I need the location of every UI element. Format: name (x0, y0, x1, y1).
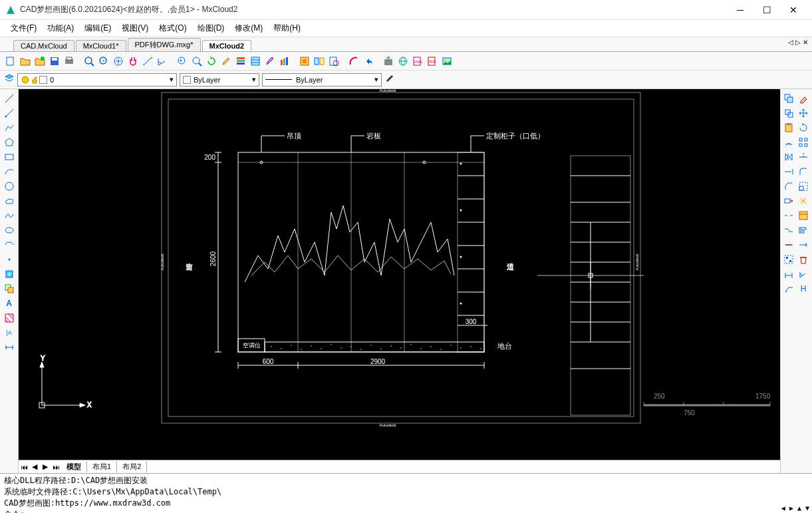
scale-icon[interactable] (797, 180, 810, 193)
minimize-button[interactable]: ─ (727, 0, 753, 20)
array-icon[interactable] (797, 136, 810, 149)
line-icon[interactable] (3, 92, 16, 105)
hatch-icon[interactable] (3, 311, 16, 325)
export-icon[interactable] (382, 55, 395, 68)
copy-icon[interactable] (782, 92, 795, 105)
align-icon[interactable] (797, 224, 810, 237)
pdf-icon[interactable]: PDF (426, 55, 439, 68)
tab-doc-2[interactable]: PDF转DWG.mxg* (128, 38, 201, 51)
rectangle-icon[interactable] (3, 150, 16, 164)
block-icon[interactable] (298, 55, 311, 68)
zoom-realtime-icon[interactable] (190, 55, 203, 68)
arc-icon[interactable] (3, 165, 16, 178)
polyline-icon[interactable] (3, 121, 16, 134)
layers-icon[interactable] (234, 55, 247, 68)
layout-next[interactable]: ▶ (40, 462, 51, 471)
tab-nav[interactable]: ◁ ▷ ✕ (788, 39, 808, 46)
angle-icon[interactable] (156, 55, 169, 68)
dim-angular-icon[interactable] (797, 267, 810, 281)
dwg-icon[interactable]: DWG (411, 55, 424, 68)
menu-function[interactable]: 功能(A) (42, 23, 79, 34)
image-icon[interactable] (440, 55, 454, 68)
layout-tab-model[interactable]: 模型 (61, 461, 87, 472)
layout-prev[interactable]: ◀ (29, 462, 40, 471)
compare-icon[interactable] (313, 55, 326, 68)
open2-icon[interactable] (33, 55, 47, 68)
purge-icon[interactable] (797, 253, 810, 266)
save-icon[interactable] (48, 55, 61, 68)
color-combo[interactable]: ByLayer ▾ (180, 73, 259, 86)
insert-block-icon[interactable] (3, 267, 16, 281)
new-icon[interactable] (4, 55, 17, 68)
pan-icon[interactable] (126, 55, 140, 68)
close-button[interactable]: ✕ (780, 0, 807, 20)
ray-icon[interactable] (3, 106, 16, 120)
arc-tool-icon[interactable] (347, 55, 360, 68)
make-block-icon[interactable] (3, 282, 16, 295)
ellipse-icon[interactable] (3, 224, 16, 237)
explode-icon[interactable] (797, 194, 810, 208)
move-icon[interactable] (797, 106, 810, 120)
mirror-icon[interactable] (782, 150, 795, 164)
paste-icon[interactable] (782, 121, 795, 134)
dim-linear-icon[interactable] (782, 267, 795, 281)
zoom-window-icon[interactable] (82, 55, 96, 68)
menu-modify[interactable]: 修改(M) (229, 23, 268, 34)
regen-icon[interactable] (205, 55, 218, 68)
divide-icon[interactable] (782, 238, 795, 252)
circle-icon[interactable] (3, 180, 16, 193)
web-icon[interactable] (396, 55, 410, 68)
cmd-scroll[interactable]: ◀ ▶ ▲ ▼ (781, 504, 809, 512)
copy2-icon[interactable] (782, 106, 795, 120)
zoom-extents-icon[interactable] (112, 55, 125, 68)
properties-icon[interactable] (797, 209, 810, 222)
menu-file[interactable]: 文件(F) (5, 23, 42, 34)
ellipse-arc-icon[interactable] (3, 238, 16, 252)
inspect-icon[interactable] (327, 55, 340, 68)
lengthen-icon[interactable] (797, 238, 810, 252)
menu-view[interactable]: 视图(V) (116, 23, 154, 34)
layout-first[interactable]: ⏮ (19, 463, 29, 471)
tab-doc-3[interactable]: MxCloud2 (202, 40, 252, 51)
polygon-icon[interactable] (3, 136, 16, 149)
palette-icon[interactable] (278, 55, 291, 68)
matchprop-icon[interactable] (384, 73, 395, 86)
layout-tab-1[interactable]: 布局1 (87, 461, 117, 472)
command-history[interactable]: 核心DLL程序路径:D:\CAD梦想画图安装 系统临时文件路径:C:\Users… (0, 473, 812, 513)
layer-combo[interactable]: 0 ▾ (17, 73, 177, 86)
stretch-icon[interactable] (782, 194, 795, 208)
undo-icon[interactable] (362, 55, 375, 68)
point-icon[interactable] (3, 253, 16, 266)
text-icon[interactable]: A (3, 297, 16, 310)
drawing-canvas[interactable]: Autodesk Autodesk Autodesk Autodesk (19, 89, 780, 460)
chamfer-icon[interactable] (782, 180, 795, 193)
print-icon[interactable] (63, 55, 76, 68)
extend-icon[interactable] (782, 165, 795, 178)
spline-icon[interactable] (3, 209, 16, 222)
menu-draw[interactable]: 绘图(D) (192, 23, 230, 34)
menu-edit[interactable]: 编辑(E) (79, 23, 116, 34)
measure-icon[interactable] (141, 55, 154, 68)
join-icon[interactable] (782, 224, 795, 237)
revcloud-icon[interactable] (3, 194, 16, 208)
fillet-icon[interactable] (797, 165, 810, 178)
maximize-button[interactable]: ☐ (753, 0, 780, 20)
brush2-icon[interactable] (263, 55, 277, 68)
menu-format[interactable]: 格式(O) (154, 23, 192, 34)
erase-icon[interactable] (797, 92, 810, 105)
open-icon[interactable] (19, 55, 32, 68)
leader-icon[interactable] (782, 282, 795, 295)
layout-last[interactable]: ⏭ (51, 463, 61, 471)
break-icon[interactable] (782, 209, 795, 222)
tab-doc-0[interactable]: CAD.MxCloud (13, 40, 74, 51)
zoom-prev-icon[interactable] (176, 55, 189, 68)
hatch-manage-icon[interactable] (249, 55, 262, 68)
text2-icon[interactable]: H (797, 282, 810, 295)
trim-icon[interactable] (797, 150, 810, 164)
rotate-icon[interactable] (797, 121, 810, 134)
layer-manager-icon[interactable] (4, 73, 15, 86)
group-icon[interactable] (782, 253, 795, 266)
menu-help[interactable]: 帮助(H) (268, 23, 306, 34)
mtext-icon[interactable]: |A (3, 326, 16, 339)
zoom-in-icon[interactable]: + (97, 55, 110, 68)
